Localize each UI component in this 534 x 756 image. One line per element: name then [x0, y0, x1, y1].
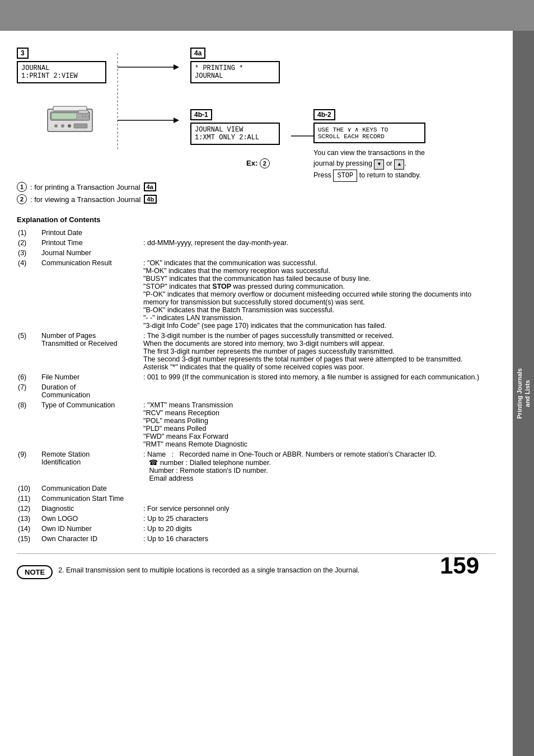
stop-button[interactable]: STOP: [333, 170, 357, 182]
connector-lines: [101, 53, 190, 154]
item-num: (3): [18, 248, 40, 257]
svg-marker-14: [174, 64, 179, 70]
step4b2-label: 4b-2: [313, 109, 335, 120]
item-num: (1): [18, 228, 40, 237]
step3-line2: 1:PRINT 2:VIEW: [21, 72, 102, 80]
item-label: Communication Start Time: [41, 494, 142, 503]
legend-section: 1 : for printing a Transaction Journal 4…: [17, 182, 496, 204]
item-num: (9): [18, 450, 40, 483]
item-label: Diagnostic: [41, 504, 142, 513]
top-bar: [0, 0, 534, 31]
table-row: (13) Own LOGO : Up to 25 characters: [18, 514, 495, 523]
item-label: Printout Date: [41, 228, 142, 237]
svg-point-11: [88, 116, 90, 118]
item-label: Own LOGO: [41, 514, 142, 523]
table-row: (4) Communication Result : "OK" indicate…: [18, 259, 495, 330]
step4a-label: 4a: [190, 48, 205, 59]
item-desc: : Up to 25 characters: [143, 514, 495, 523]
down-arrow-btn[interactable]: ▼: [374, 159, 384, 170]
ex-label: Ex: 2: [246, 158, 270, 168]
item-num: (14): [18, 524, 40, 533]
svg-rect-7: [78, 110, 88, 114]
up-arrow-btn[interactable]: ▲: [394, 159, 404, 170]
circle-2b: 2: [17, 194, 27, 204]
sidebar-label: Printing Journalsand Lists: [516, 368, 532, 419]
item-num: (13): [18, 514, 40, 523]
legend-ref-4b: 4b: [144, 195, 157, 204]
main-content: 3 JOURNAL 1:PRINT 2:VIEW: [0, 31, 513, 590]
item-desc: [143, 484, 495, 493]
item-desc: : Up to 20 digits: [143, 524, 495, 533]
legend-item1-text: : for printing a Transaction Journal: [30, 183, 140, 191]
step4b1-line1: JOURNAL VIEW: [195, 126, 275, 134]
item-desc: : Up to 16 characters: [143, 534, 495, 543]
table-row: (14) Own ID Number : Up to 20 digits: [18, 524, 495, 533]
item-label: Remote StationIdentification: [41, 450, 142, 483]
svg-point-4: [68, 124, 71, 128]
item-label: Type of Communication: [41, 401, 142, 449]
table-row: (15) Own Character ID : Up to 16 charact…: [18, 534, 495, 543]
item-desc: : The 3-digit number is the number of pa…: [143, 331, 495, 372]
step4b2-description: You can view the transactions in the jou…: [313, 148, 437, 182]
step4b1-container: 4b-1 JOURNAL VIEW 1:XMT ONLY 2:ALL: [190, 109, 280, 145]
step4a-screen: * PRINTING * JOURNAL: [190, 61, 280, 83]
item-label: Printout Time: [41, 238, 142, 247]
svg-point-2: [54, 124, 58, 128]
item-desc: [143, 383, 495, 400]
table-row: (3) Journal Number: [18, 248, 495, 257]
item-desc: : dd-MMM-yyyy, represent the day-month-y…: [143, 238, 495, 247]
step4b2-line2: SCROLL EACH RECORD: [318, 133, 421, 140]
item-num: (11): [18, 494, 40, 503]
svg-rect-5: [74, 124, 87, 128]
step3-line1: JOURNAL: [21, 64, 102, 72]
item-label: Duration ofCommunication: [41, 383, 142, 400]
table-row: (6) File Number : 001 to 999 (If the com…: [18, 373, 495, 382]
step3-screen: JOURNAL 1:PRINT 2:VIEW: [17, 61, 106, 83]
item-label: Number of PagesTransmitted or Received: [41, 331, 142, 372]
fax-device: [45, 98, 101, 137]
item-num: (12): [18, 504, 40, 513]
item-num: (2): [18, 238, 40, 247]
step3-label: 3: [17, 48, 29, 59]
item-num: (10): [18, 484, 40, 493]
table-row: (2) Printout Time : dd-MMM-yyyy, represe…: [18, 238, 495, 247]
step4b2-line1: USE THE ∨ ∧ KEYS TO: [318, 126, 421, 133]
item-num: (4): [18, 259, 40, 330]
step4b1-line2: 1:XMT ONLY 2:ALL: [195, 134, 275, 142]
table-row: (1) Printout Date: [18, 228, 495, 237]
legend-item2-text: : for viewing a Transaction Journal: [30, 195, 140, 204]
step4b2-container: 4b-2 USE THE ∨ ∧ KEYS TO SCROLL EACH REC…: [313, 109, 437, 182]
step4a-line2: JOURNAL: [195, 72, 275, 80]
item-desc: [143, 248, 495, 257]
step4a-container: 4a * PRINTING * JOURNAL: [190, 48, 280, 83]
item-label: File Number: [41, 373, 142, 382]
item-label: Journal Number: [41, 248, 142, 257]
item-desc: : Name : Recorded name in One-Touch or A…: [143, 450, 495, 483]
item-num: (15): [18, 534, 40, 543]
fax-icon: [45, 98, 95, 134]
item-desc: : 001 to 999 (If the communication is st…: [143, 373, 495, 382]
circle-1: 1: [17, 182, 27, 192]
item-num: (7): [18, 383, 40, 400]
table-row: (11) Communication Start Time: [18, 494, 495, 503]
legend-ref-4a: 4a: [144, 182, 156, 191]
legend-item1: 1 : for printing a Transaction Journal 4…: [17, 182, 496, 192]
diagram-section: 3 JOURNAL 1:PRINT 2:VIEW: [17, 48, 496, 176]
table-row: (12) Diagnostic : For service personnel …: [18, 504, 495, 513]
item-desc: [143, 494, 495, 503]
table-row: (9) Remote StationIdentification : Name …: [18, 450, 495, 483]
item-num: (5): [18, 331, 40, 372]
svg-point-9: [82, 116, 84, 118]
item-label: Communication Date: [41, 484, 142, 493]
explanation-section: Explanation of Contents (1) Printout Dat…: [17, 215, 496, 544]
svg-point-10: [85, 116, 87, 118]
note-text: 2. Email transmission sent to multiple l…: [58, 565, 496, 576]
note-label: NOTE: [17, 565, 53, 579]
table-row: (7) Duration ofCommunication: [18, 383, 495, 400]
circle-2: 2: [260, 158, 270, 168]
svg-point-3: [61, 124, 64, 128]
explanation-table: (1) Printout Date (2) Printout Time : dd…: [17, 227, 496, 544]
item-desc: [143, 228, 495, 237]
divider: [17, 553, 496, 554]
item-label: Own ID Number: [41, 524, 142, 533]
